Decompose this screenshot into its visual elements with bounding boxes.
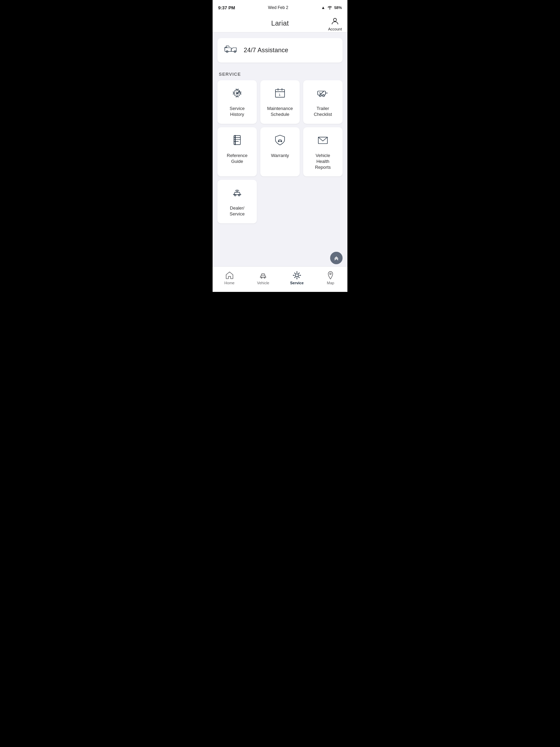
vehicle-title: Lariat (271, 19, 289, 27)
calendar-icon: 1 (274, 87, 286, 100)
svg-point-23 (238, 194, 240, 196)
dealer-service-label: Dealer/Service (230, 205, 244, 217)
wifi-car-icon (231, 187, 243, 200)
nav-vehicle[interactable]: Vehicle (246, 269, 280, 286)
nav-vehicle-label: Vehicle (257, 281, 269, 285)
main-content: 24/7 Assistance SERVICE (213, 33, 347, 266)
account-person-icon (330, 17, 339, 26)
svg-point-26 (264, 277, 265, 278)
nav-map[interactable]: Map (314, 269, 348, 286)
svg-point-3 (234, 51, 236, 53)
nav-map-label: Map (327, 281, 334, 285)
signal-icon: ▲ (321, 5, 325, 10)
book-icon (231, 134, 243, 147)
svg-point-22 (234, 194, 236, 196)
status-date: Wed Feb 2 (268, 5, 288, 10)
trailer-icon (317, 87, 329, 100)
home-icon (225, 271, 234, 280)
svg-rect-1 (225, 48, 231, 52)
account-button[interactable]: Account (328, 17, 342, 31)
scroll-hint-button[interactable] (330, 252, 343, 264)
svg-point-27 (295, 274, 298, 277)
assistance-banner[interactable]: 24/7 Assistance (217, 38, 343, 63)
map-pin-icon (326, 271, 335, 280)
service-history-label: ServiceHistory (230, 106, 244, 118)
wifi-icon (327, 5, 333, 10)
svg-point-28 (330, 273, 331, 275)
svg-point-19 (278, 141, 279, 142)
warranty-tile[interactable]: Warranty (260, 127, 300, 177)
vehicle-health-reports-label: VehicleHealthReports (315, 153, 331, 170)
svg-text:1: 1 (279, 93, 280, 96)
battery-icon: 58% (334, 6, 342, 10)
bottom-nav: Home Vehicle Service (213, 266, 347, 292)
svg-point-20 (281, 141, 282, 142)
empty-cell-2 (303, 180, 343, 223)
shield-car-icon (274, 134, 286, 147)
nav-service-label: Service (290, 281, 304, 285)
reference-guide-label: ReferenceGuide (227, 153, 248, 165)
empty-cell-1 (260, 180, 300, 223)
trailer-checklist-tile[interactable]: TrailerChecklist (303, 80, 343, 124)
nav-home[interactable]: Home (213, 269, 246, 286)
warranty-label: Warranty (271, 153, 289, 159)
svg-point-24 (237, 192, 237, 192)
svg-point-0 (334, 18, 337, 21)
svg-point-2 (226, 51, 228, 53)
nav-service[interactable]: Service (280, 269, 314, 286)
service-section-label: SERVICE (213, 66, 347, 80)
trailer-checklist-label: TrailerChecklist (314, 106, 332, 118)
service-grid-row2: ReferenceGuide Warranty (213, 124, 347, 177)
svg-point-25 (261, 277, 262, 278)
dealer-service-tile[interactable]: Dealer/Service (217, 180, 257, 223)
account-label: Account (328, 27, 342, 31)
maintenance-schedule-tile[interactable]: 1 MaintenanceSchedule (260, 80, 300, 124)
collapse-icon (334, 255, 339, 261)
nav-home-label: Home (224, 281, 234, 285)
service-grid-row1: ServiceHistory 1 MaintenanceSchedule (213, 80, 347, 124)
vehicle-health-reports-tile[interactable]: VehicleHealthReports (303, 127, 343, 177)
status-bar: 9:37 PM Wed Feb 2 ▲ 58% (213, 0, 347, 15)
assistance-label: 24/7 Assistance (244, 47, 288, 54)
reference-guide-tile[interactable]: ReferenceGuide (217, 127, 257, 177)
app-header: Lariat Account (213, 15, 347, 33)
gear-wrench-icon (231, 87, 243, 100)
mail-icon (317, 134, 329, 147)
status-time: 9:37 PM (218, 5, 235, 10)
service-gear-icon (292, 271, 301, 280)
tow-truck-icon (224, 44, 238, 56)
car-icon (259, 271, 268, 280)
service-grid-row3: Dealer/Service (213, 176, 347, 230)
status-indicators: ▲ 58% (321, 5, 342, 10)
maintenance-schedule-label: MaintenanceSchedule (267, 106, 293, 118)
service-history-tile[interactable]: ServiceHistory (217, 80, 257, 124)
